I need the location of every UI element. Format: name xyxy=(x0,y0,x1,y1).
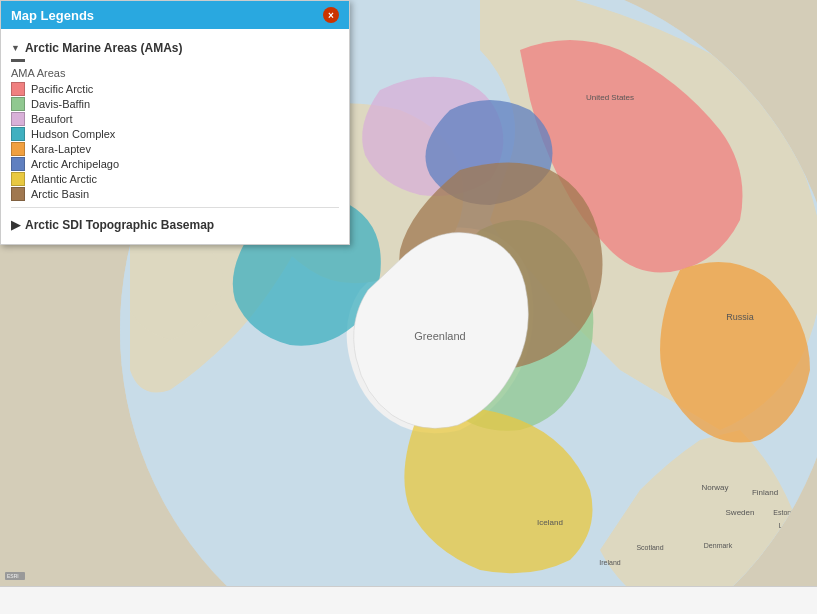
legend-panel: Map Legends × ▼ Arctic Marine Areas (AMA… xyxy=(0,0,350,245)
close-button[interactable]: × xyxy=(323,7,339,23)
legend-color-swatch xyxy=(11,172,25,186)
legend-item: Pacific Arctic xyxy=(11,82,339,96)
legend-color-swatch xyxy=(11,187,25,201)
legend-title: Map Legends xyxy=(11,8,94,23)
svg-text:Sweden: Sweden xyxy=(726,508,755,517)
bottom-bar: ESRI xyxy=(0,586,817,614)
svg-text:Finland: Finland xyxy=(752,488,778,497)
ama-section-label: Arctic Marine Areas (AMAs) xyxy=(25,41,183,55)
ama-items-list: Pacific ArcticDavis-BaffinBeaufortHudson… xyxy=(11,82,339,201)
legend-item-label: Davis-Baffin xyxy=(31,98,90,110)
legend-color-swatch xyxy=(11,157,25,171)
legend-body: ▼ Arctic Marine Areas (AMAs) AMA Areas P… xyxy=(1,29,349,244)
ama-areas-label: AMA Areas xyxy=(11,67,339,79)
legend-item: Kara-Laptev xyxy=(11,142,339,156)
svg-text:Estonia: Estonia xyxy=(773,509,796,516)
legend-item: Arctic Basin xyxy=(11,187,339,201)
legend-item: Hudson Complex xyxy=(11,127,339,141)
legend-color-swatch xyxy=(11,127,25,141)
legend-color-swatch xyxy=(11,142,25,156)
legend-color-swatch xyxy=(11,112,25,126)
svg-text:United States: United States xyxy=(586,93,634,102)
ama-section-header[interactable]: ▼ Arctic Marine Areas (AMAs) xyxy=(11,37,339,59)
legend-color-swatch xyxy=(11,97,25,111)
legend-item-label: Arctic Archipelago xyxy=(31,158,119,170)
legend-item: Atlantic Arctic xyxy=(11,172,339,186)
legend-item: Arctic Archipelago xyxy=(11,157,339,171)
legend-color-swatch xyxy=(11,82,25,96)
legend-item-label: Kara-Laptev xyxy=(31,143,91,155)
svg-text:Ireland: Ireland xyxy=(599,559,621,566)
legend-item-label: Hudson Complex xyxy=(31,128,115,140)
basemap-section-header[interactable]: ▶ Arctic SDI Topographic Basemap xyxy=(11,214,339,236)
legend-item-label: Arctic Basin xyxy=(31,188,89,200)
legend-divider xyxy=(11,207,339,208)
svg-text:ESRI: ESRI xyxy=(7,573,19,579)
svg-text:Latvia: Latvia xyxy=(779,522,798,529)
svg-text:Iceland: Iceland xyxy=(537,518,563,527)
legend-item-label: Pacific Arctic xyxy=(31,83,93,95)
legend-item: Beaufort xyxy=(11,112,339,126)
legend-item-label: Atlantic Arctic xyxy=(31,173,97,185)
ama-arrow-icon: ▼ xyxy=(11,43,20,53)
svg-text:Greenland: Greenland xyxy=(414,330,465,342)
legend-item: Davis-Baffin xyxy=(11,97,339,111)
svg-text:Denmark: Denmark xyxy=(704,542,733,549)
legend-header: Map Legends × xyxy=(1,1,349,29)
line-icon-row xyxy=(11,59,339,63)
esri-logo: ESRI xyxy=(5,572,25,582)
basemap-arrow-icon: ▶ xyxy=(11,218,20,232)
svg-text:Scotland: Scotland xyxy=(636,544,663,551)
svg-text:Russia: Russia xyxy=(726,312,754,322)
svg-text:Norway: Norway xyxy=(701,483,728,492)
basemap-section-label: Arctic SDI Topographic Basemap xyxy=(25,218,214,232)
legend-item-label: Beaufort xyxy=(31,113,73,125)
